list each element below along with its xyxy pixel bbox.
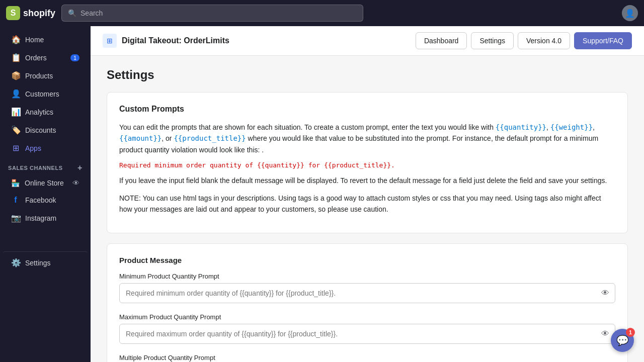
blank-message: If you leave the input field blank the d… xyxy=(119,175,615,186)
analytics-icon: 📊 xyxy=(11,107,20,117)
sidebar-item-analytics[interactable]: 📊 Analytics xyxy=(3,103,88,121)
custom-prompts-intro: You can edit the prompts that are shown … xyxy=(119,122,615,155)
sidebar-item-facebook[interactable]: f Facebook xyxy=(3,192,88,209)
app-logo-icon: ⊞ xyxy=(107,37,113,45)
sidebar-item-discounts[interactable]: 🏷️ Discounts xyxy=(3,121,88,139)
channels-add-icon[interactable]: + xyxy=(77,163,83,172)
dashboard-button[interactable]: Dashboard xyxy=(416,32,467,49)
sidebar-label-analytics: Analytics xyxy=(25,108,53,116)
min-product-qty-group: Minimum Product Quantity Prompt 👁 xyxy=(119,273,615,303)
search-bar[interactable]: 🔍 xyxy=(61,5,363,22)
search-input[interactable] xyxy=(80,9,357,17)
app-title: Digital Takeout: OrderLimits xyxy=(122,36,229,45)
facebook-icon: f xyxy=(11,196,20,205)
product-message-card: Product Message Minimum Product Quantity… xyxy=(107,243,628,362)
sidebar-label-products: Products xyxy=(25,72,53,80)
sidebar-item-orders[interactable]: 📋 Orders 1 xyxy=(3,49,88,66)
top-nav: S shopify 🔍 👤 xyxy=(0,0,644,26)
chat-badge: 1 xyxy=(626,328,635,337)
sidebar-label-settings: Settings xyxy=(25,259,51,267)
sidebar-label-apps: Apps xyxy=(25,144,41,152)
shopify-logo[interactable]: S shopify xyxy=(6,6,55,20)
sidebar-label-instagram: Instagram xyxy=(25,214,56,222)
sidebar-item-products[interactable]: 📦 Products xyxy=(3,67,88,84)
instagram-icon: 📷 xyxy=(11,213,20,223)
search-icon: 🔍 xyxy=(68,9,76,17)
sidebar-item-instagram[interactable]: 📷 Instagram xyxy=(3,209,88,227)
product-message-title: Product Message xyxy=(119,256,615,264)
shopify-logo-icon: S xyxy=(6,6,20,20)
sidebar-label-facebook: Facebook xyxy=(25,196,56,204)
support-button[interactable]: Support/FAQ xyxy=(574,32,632,49)
discounts-icon: 🏷️ xyxy=(11,125,20,135)
online-store-icon: 🏪 xyxy=(11,179,20,187)
multiple-product-qty-group: Multiple Product Quantity Prompt 👁 xyxy=(119,354,615,362)
orders-icon: 📋 xyxy=(11,53,20,62)
avatar[interactable]: 👤 xyxy=(622,5,638,21)
sidebar-label-orders: Orders xyxy=(25,54,47,62)
sidebar-label-discounts: Discounts xyxy=(25,126,56,134)
sub-header: ⊞ Digital Takeout: OrderLimits Dashboard… xyxy=(91,26,644,56)
sidebar-item-settings[interactable]: ⚙️ Settings xyxy=(3,251,88,272)
sub-header-left: ⊞ Digital Takeout: OrderLimits xyxy=(103,34,229,48)
orders-badge: 1 xyxy=(70,54,79,61)
apps-icon: ⊞ xyxy=(11,143,20,153)
multiple-product-qty-label: Multiple Product Quantity Prompt xyxy=(119,354,615,361)
shopify-logo-text: shopify xyxy=(23,8,55,19)
var-product-title: {{product_title}} xyxy=(174,134,246,142)
sidebar-label-customers: Customers xyxy=(25,90,59,98)
var-amount: {{amount}} xyxy=(119,134,162,142)
sidebar-item-online-store[interactable]: 🏪 Online Store 👁 xyxy=(3,175,88,191)
chat-icon: 💬 xyxy=(616,334,629,346)
max-product-qty-label: Maximum Product Quantity Prompt xyxy=(119,313,615,321)
settings-icon: ⚙️ xyxy=(11,258,20,267)
sidebar-item-customers[interactable]: 👤 Customers xyxy=(3,85,88,103)
max-product-qty-group: Maximum Product Quantity Prompt 👁 xyxy=(119,313,615,344)
home-icon: 🏠 xyxy=(11,35,20,44)
channels-section-title: SALES CHANNELS + xyxy=(0,157,91,174)
online-store-eye-icon[interactable]: 👁 xyxy=(72,179,79,187)
sub-header-actions: Dashboard Settings Version 4.0 Support/F… xyxy=(416,32,632,49)
customers-icon: 👤 xyxy=(11,89,20,99)
var-weight: {{weight}} xyxy=(550,123,593,131)
sidebar-label-online-store: Online Store xyxy=(25,179,64,187)
app-logo: ⊞ xyxy=(103,34,117,48)
layout: 🏠 Home 📋 Orders 1 📦 Products 👤 Customers… xyxy=(0,26,644,362)
settings-button[interactable]: Settings xyxy=(471,32,514,49)
sidebar-item-home[interactable]: 🏠 Home xyxy=(3,31,88,48)
min-product-qty-input[interactable] xyxy=(119,283,615,303)
main-content: ⊞ Digital Takeout: OrderLimits Dashboard… xyxy=(91,26,644,362)
page-content: Settings Custom Prompts You can edit the… xyxy=(91,56,644,362)
chat-bubble[interactable]: 💬 1 xyxy=(611,329,634,352)
min-product-qty-wrap: 👁 xyxy=(119,283,615,303)
sidebar-item-apps[interactable]: ⊞ Apps xyxy=(3,139,88,157)
max-product-qty-input[interactable] xyxy=(119,324,615,344)
min-product-qty-label: Minimum Product Quantity Prompt xyxy=(119,273,615,280)
custom-prompts-title: Custom Prompts xyxy=(119,105,615,114)
min-product-qty-eye-icon[interactable]: 👁 xyxy=(601,289,609,298)
max-product-qty-eye-icon[interactable]: 👁 xyxy=(601,329,609,338)
error-example: Required minimum order quantity of {{qua… xyxy=(119,161,615,169)
version-button[interactable]: Version 4.0 xyxy=(518,32,570,49)
max-product-qty-wrap: 👁 xyxy=(119,324,615,344)
note-message: NOTE: You can use html tags in your desc… xyxy=(119,193,615,215)
var-quantity: {{quantity}} xyxy=(496,123,546,131)
sidebar-label-home: Home xyxy=(25,36,44,44)
products-icon: 📦 xyxy=(11,71,20,80)
sidebar: 🏠 Home 📋 Orders 1 📦 Products 👤 Customers… xyxy=(0,26,91,362)
custom-prompts-card: Custom Prompts You can edit the prompts … xyxy=(107,92,628,233)
page-title: Settings xyxy=(107,68,628,82)
channels-label: SALES CHANNELS xyxy=(8,165,63,171)
